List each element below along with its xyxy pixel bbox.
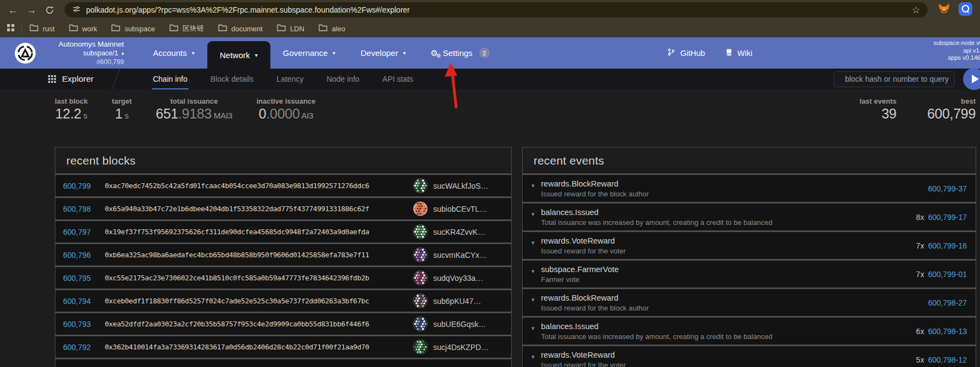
- recent-blocks-panel: recent blocks 600,7990xac70edc7452b5c42a…: [55, 147, 512, 367]
- nav-network[interactable]: Network▾: [207, 41, 270, 69]
- explorer-tabbar: Explorer Chain infoBlock detailsLatencyN…: [0, 69, 980, 89]
- block-number-link[interactable]: 600,799: [63, 182, 103, 190]
- address-bar[interactable]: polkadot.js.org/apps/?rpc=wss%3A%2F%2Frp…: [65, 2, 927, 18]
- author-identicon[interactable]: [413, 224, 428, 239]
- block-author[interactable]: subiobCEvTL…: [433, 205, 503, 213]
- block-author[interactable]: sucj4DsKZPD…: [433, 343, 503, 352]
- stat-value: 600,799: [927, 106, 976, 122]
- settings-label: Settings: [443, 48, 472, 58]
- block-author[interactable]: sub6pKU47…: [433, 297, 503, 306]
- block-number-link[interactable]: 600,798: [63, 205, 103, 213]
- list-item: ▾balances.IssuedTotal issuance was incre…: [523, 318, 976, 345]
- block-search-input[interactable]: [834, 72, 954, 87]
- bookmark-folder[interactable]: subspace: [111, 24, 155, 33]
- author-identicon[interactable]: [413, 293, 428, 308]
- event-block-link[interactable]: 600,799-37: [928, 184, 967, 193]
- event-description: Farmer vote: [541, 275, 916, 284]
- list-item: ▾rewards.BlockRewardIssued reward for th…: [523, 289, 976, 316]
- block-number-link[interactable]: 600,796: [63, 251, 103, 259]
- expand-caret-icon[interactable]: ▾: [531, 268, 535, 275]
- back-icon[interactable]: ←: [8, 5, 18, 15]
- tab-api-stats[interactable]: API stats: [371, 69, 424, 89]
- block-author[interactable]: sudqVoy33a…: [433, 274, 503, 283]
- event-count: 7x: [916, 270, 924, 279]
- tab-node-info[interactable]: Node info: [315, 69, 371, 89]
- event-block-link[interactable]: 600,799-01: [928, 270, 967, 279]
- metamask-extension-icon[interactable]: [938, 3, 950, 17]
- forward-icon[interactable]: →: [26, 5, 37, 15]
- node-version: subspace-node v0.1: [933, 39, 980, 47]
- grid-icon: [48, 75, 56, 83]
- stats-right-group: last events39best600,799: [860, 97, 976, 122]
- block-hash: 0xceb0edf1f18830ff86d5257f024c7ade52e525…: [105, 297, 413, 305]
- event-description: Issued reward for the block author: [541, 190, 928, 198]
- stats-left-group: last block12.2 starget1 stotal issuance6…: [55, 97, 315, 122]
- bookmark-folder[interactable]: work: [69, 24, 97, 33]
- block-author[interactable]: sucKR4ZvvK…: [433, 228, 503, 236]
- refresh-icon[interactable]: [45, 5, 54, 15]
- bookmark-folder[interactable]: aleo: [319, 24, 345, 33]
- chain-info[interactable]: Autonomys Mainnet subspace/1▾ #600,799: [43, 39, 124, 66]
- section-explorer[interactable]: Explorer: [48, 74, 94, 84]
- autonomys-logo[interactable]: [14, 42, 36, 64]
- block-number-link[interactable]: 600,793: [63, 320, 103, 329]
- author-identicon[interactable]: [413, 340, 428, 354]
- link-wiki[interactable]: Wiki: [725, 48, 752, 58]
- bookmark-folder[interactable]: rust: [30, 24, 55, 33]
- expand-caret-icon[interactable]: ▾: [531, 239, 535, 246]
- block-author[interactable]: sucWALkfJoS…: [433, 182, 503, 190]
- author-identicon[interactable]: [413, 201, 428, 216]
- block-author[interactable]: subUE6Gqsk…: [433, 320, 503, 329]
- nav-developer[interactable]: Developer▾: [348, 37, 418, 69]
- event-block-link[interactable]: 600,799-17: [928, 213, 967, 222]
- nav-accounts[interactable]: Accounts▾: [140, 37, 207, 69]
- tab-chain-info[interactable]: Chain info: [141, 69, 199, 89]
- bookmark-star-icon[interactable]: ☆: [912, 4, 920, 16]
- block-author[interactable]: sucvmKaCYx…: [433, 251, 503, 259]
- event-block-link[interactable]: 600,798-13: [928, 327, 967, 336]
- event-name: rewards.VoteReward: [541, 236, 916, 245]
- bookmark-folder[interactable]: document: [218, 24, 263, 33]
- event-main: rewards.BlockRewardIssued reward for the…: [541, 293, 928, 312]
- event-block-link[interactable]: 600,798-12: [928, 355, 967, 364]
- chain-spec[interactable]: subspace/1▾: [43, 49, 124, 58]
- event-block-link[interactable]: 600,799-16: [928, 241, 967, 250]
- stat-value: 651.9183 MAI3: [156, 106, 233, 122]
- author-identicon[interactable]: [413, 270, 428, 285]
- folder-icon: [218, 24, 227, 33]
- block-number-link[interactable]: 600,795: [63, 274, 103, 283]
- profile-avatar[interactable]: [959, 2, 972, 18]
- nav-governance[interactable]: Governance▾: [270, 37, 348, 69]
- expand-caret-icon[interactable]: ▾: [531, 182, 535, 189]
- expand-caret-icon[interactable]: ▾: [531, 296, 535, 303]
- event-index: 7x600,799-16: [916, 241, 967, 250]
- link-github[interactable]: GitHub: [667, 48, 705, 58]
- author-identicon[interactable]: [413, 178, 428, 193]
- expand-caret-icon[interactable]: ▾: [531, 353, 535, 360]
- author-identicon[interactable]: [413, 247, 428, 262]
- block-number-link[interactable]: 600,792: [63, 343, 103, 352]
- apps-grid-icon[interactable]: [7, 24, 15, 34]
- stat-label: last block: [55, 97, 88, 105]
- block-search: [834, 71, 955, 87]
- author-identicon[interactable]: [413, 317, 428, 331]
- block-number-link[interactable]: 600,797: [63, 228, 103, 236]
- block-number-link[interactable]: 600,794: [63, 297, 103, 306]
- stat-target: target1 s: [112, 97, 132, 122]
- event-block-link[interactable]: 600,798-27: [928, 298, 967, 307]
- table-row: [55, 359, 511, 367]
- bookmark-label: work: [82, 25, 97, 33]
- url-text[interactable]: polkadot.js.org/apps/?rpc=wss%3A%2F%2Frp…: [86, 5, 410, 14]
- chain-best-block: #600,799: [43, 58, 124, 67]
- event-count: 8x: [916, 213, 924, 222]
- expand-caret-icon[interactable]: ▾: [531, 211, 535, 218]
- site-info-icon[interactable]: [72, 5, 81, 15]
- expand-caret-icon[interactable]: ▾: [531, 325, 535, 332]
- bookmark-folder[interactable]: 区块链: [169, 24, 204, 33]
- event-index: 5x600,798-12: [916, 355, 967, 364]
- folder-icon: [111, 24, 120, 33]
- bookmark-folder[interactable]: LDN: [277, 24, 304, 33]
- nav-settings[interactable]: ⚙⚙ Settings 2: [430, 48, 490, 58]
- tab-latency[interactable]: Latency: [265, 69, 315, 89]
- tab-block-details[interactable]: Block details: [199, 69, 265, 89]
